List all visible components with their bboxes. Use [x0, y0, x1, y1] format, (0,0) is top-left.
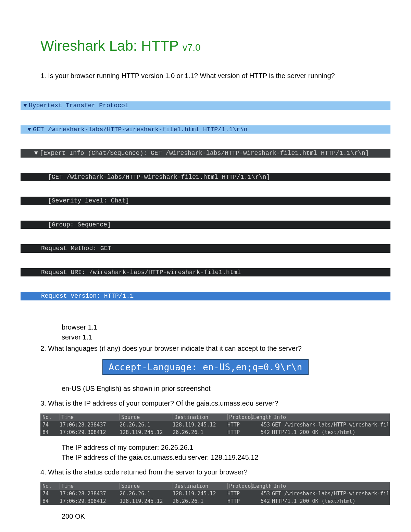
col-len: Length: [251, 414, 272, 420]
ws-line: [Severity level: Chat]: [21, 197, 390, 205]
ws-line: ▼GET /wireshark-labs/HTTP-wireshark-file…: [21, 125, 390, 134]
table-row: 84 17:06:29.308412 128.119.245.12 26.26.…: [40, 497, 390, 505]
col-src: Source: [120, 414, 173, 420]
q3-answer-b: The IP address of the gaia.cs.umass.edu …: [62, 453, 370, 462]
q4-question: 4. What is the status code returned from…: [40, 468, 349, 477]
table-row: 74 17:06:28.238437 26.26.26.1 128.119.24…: [40, 490, 390, 497]
table-header: No. Time Source Destination Protocol Len…: [40, 413, 390, 421]
packet-list-table: No. Time Source Destination Protocol Len…: [40, 413, 390, 436]
triangle-down-icon: ▼: [27, 126, 32, 134]
page-title: Wireshark Lab: HTTP v7.0: [40, 38, 390, 54]
accept-language-field: Accept-Language: en-US,en;q=0.9\r\n: [102, 359, 308, 375]
title-main: Wireshark Lab: HTTP: [40, 38, 183, 54]
table-row: 84 17:06:29.308412 128.119.245.12 26.26.…: [40, 429, 390, 436]
title-version: v7.0: [183, 42, 201, 53]
col-time: Time: [60, 414, 120, 420]
col-dst: Destination: [173, 414, 227, 420]
q1-question: 1. Is your browser running HTTP version …: [40, 71, 349, 81]
ws-line: ▼Hypertext Transfer Protocol: [21, 101, 390, 110]
col-info: Info: [272, 414, 388, 420]
q1-answer-server: server 1.1: [62, 333, 370, 342]
ws-line: [Group: Sequence]: [21, 221, 390, 229]
q1-answer-browser: browser 1.1: [62, 323, 370, 332]
q2-answer: en-US (US English) as shown in prior scr…: [62, 384, 370, 393]
triangle-down-icon: ▼: [34, 149, 38, 157]
table-header: No. Time Source Destination Protocol Len…: [40, 482, 390, 490]
ws-line: [GET /wireshark-labs/HTTP-wireshark-file…: [21, 173, 390, 182]
ws-line: Request Method: GET: [21, 244, 390, 253]
ws-line: ▼[Expert Info (Chat/Sequence): GET /wire…: [21, 149, 390, 158]
q3-question: 3. What is the IP address of your comput…: [40, 399, 349, 408]
packet-list-table: No. Time Source Destination Protocol Len…: [40, 482, 390, 505]
triangle-down-icon: ▼: [23, 102, 27, 110]
ws-line-selected: Request Version: HTTP/1.1: [21, 292, 390, 300]
table-row: 74 17:06:28.238437 26.26.26.1 128.119.24…: [40, 421, 390, 429]
q4-answer: 200 OK: [62, 512, 370, 521]
col-proto: Protocol: [227, 414, 251, 420]
q3-answer-a: The IP address of my computer: 26.26.26.…: [62, 443, 370, 452]
q2-question: 2. What languages (if any) does your bro…: [40, 344, 349, 353]
ws-line: Request URI: /wireshark-labs/HTTP-wiresh…: [21, 268, 390, 277]
col-no: No.: [42, 414, 60, 420]
wireshark-detail-pane: ▼Hypertext Transfer Protocol ▼GET /wires…: [21, 86, 390, 316]
